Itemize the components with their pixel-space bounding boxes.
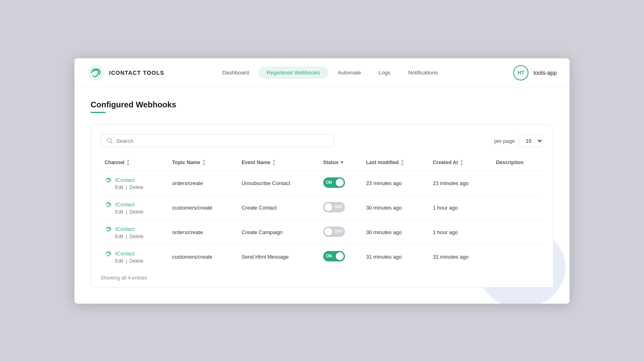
col-status-sort[interactable]: Status ▼ bbox=[323, 160, 344, 165]
edit-link-3[interactable]: Edit bbox=[115, 258, 124, 264]
page-title: Configured Webhooks bbox=[91, 100, 553, 109]
sort-icon-last-modified: ▲▼ bbox=[400, 158, 405, 167]
channel-name-0: IContact bbox=[115, 177, 134, 183]
cell-description-2 bbox=[492, 220, 543, 245]
cell-channel-2: IContact Edit | Delete bbox=[101, 220, 168, 245]
toggle-label-3: ON bbox=[326, 254, 332, 258]
icontact-icon-3 bbox=[105, 249, 113, 257]
search-icon bbox=[107, 138, 113, 144]
main-nav: Dashboard Registered Webhooks Automate L… bbox=[176, 66, 484, 79]
per-page-select[interactable]: 10 25 50 bbox=[519, 135, 543, 147]
table-container: per page 10 25 50 Channel ▲▼ bbox=[91, 124, 553, 288]
table-row: IContact Edit | Delete customers/create … bbox=[101, 245, 543, 269]
search-input[interactable] bbox=[116, 138, 328, 144]
delete-link-0[interactable]: Delete bbox=[130, 185, 144, 190]
avatar: HT bbox=[513, 65, 528, 80]
nav-automate[interactable]: Automate bbox=[330, 66, 369, 79]
delete-link-1[interactable]: Delete bbox=[130, 209, 144, 215]
toggle-knob-2 bbox=[324, 228, 332, 236]
title-underline bbox=[91, 112, 106, 113]
cell-channel-3: IContact Edit | Delete bbox=[101, 245, 168, 269]
cell-topic-3: customers/create bbox=[168, 245, 237, 269]
page-title-wrap: Configured Webhooks bbox=[91, 100, 553, 113]
cell-event-3: Send Html Message bbox=[237, 245, 319, 269]
col-last-modified-sort[interactable]: Last modified ▲▼ bbox=[366, 158, 404, 167]
toggle-1[interactable]: OFF bbox=[323, 202, 345, 212]
sort-icon-topic: ▲▼ bbox=[202, 158, 206, 167]
col-channel: Channel ▲▼ bbox=[101, 155, 168, 171]
main-content: Configured Webhooks per page 10 25 bbox=[74, 87, 570, 304]
per-page-wrap: per page 10 25 50 bbox=[494, 135, 543, 147]
col-description: Description bbox=[492, 155, 543, 171]
app-logo-icon bbox=[87, 64, 105, 82]
table-row: IContact Edit | Delete orders/create Cre… bbox=[101, 220, 543, 245]
sort-icon-status: ▼ bbox=[340, 160, 344, 165]
per-page-label: per page bbox=[494, 138, 515, 144]
cell-channel-0: IContact Edit | Delete bbox=[101, 171, 168, 195]
toggle-3[interactable]: ON bbox=[323, 251, 345, 261]
sort-icon-event: ▲▼ bbox=[272, 158, 276, 167]
col-event-name: Event Name ▲▼ bbox=[237, 155, 319, 171]
svg-point-0 bbox=[88, 65, 104, 81]
toggle-label-1: OFF bbox=[334, 205, 343, 209]
svg-line-2 bbox=[111, 142, 113, 144]
cell-created-at-3: 31 minutes ago bbox=[429, 245, 492, 269]
user-name: tools-app bbox=[533, 70, 557, 76]
channel-name-3: IContact bbox=[115, 251, 134, 257]
toggle-label-0: ON bbox=[326, 180, 332, 185]
cell-event-1: Create Contact bbox=[237, 195, 319, 220]
toggle-knob-1 bbox=[324, 203, 332, 211]
toggle-knob-0 bbox=[336, 179, 344, 187]
sort-icon-channel: ▲▼ bbox=[126, 158, 130, 167]
cell-event-2: Create Campaign bbox=[237, 220, 319, 245]
table-footer: Showing all 4 entries bbox=[101, 275, 543, 281]
logo-area: ICONTACT TOOLS bbox=[87, 64, 176, 82]
cell-topic-0: orders/create bbox=[168, 171, 237, 195]
cell-event-0: Unsubscribe Contact bbox=[237, 171, 319, 195]
col-created-sort[interactable]: Created At ▲▼ bbox=[433, 158, 464, 167]
toggle-0[interactable]: ON bbox=[323, 177, 345, 188]
table-row: IContact Edit | Delete orders/create Uns… bbox=[101, 171, 543, 195]
cell-topic-2: orders/create bbox=[168, 220, 237, 245]
cell-last-modified-1: 30 minutes ago bbox=[362, 195, 429, 220]
nav-notifications[interactable]: Notifications bbox=[400, 66, 446, 79]
app-window: ICONTACT TOOLS Dashboard Registered Webh… bbox=[74, 58, 570, 304]
cell-last-modified-3: 31 minutes ago bbox=[362, 245, 429, 269]
table-row: IContact Edit | Delete customers/create … bbox=[101, 195, 543, 220]
data-table: Channel ▲▼ Topic Name ▲▼ bbox=[101, 155, 543, 269]
search-wrap bbox=[101, 134, 334, 147]
logo-text: ICONTACT TOOLS bbox=[109, 70, 164, 76]
toggle-2[interactable]: OFF bbox=[323, 226, 345, 237]
edit-link-2[interactable]: Edit bbox=[115, 234, 124, 239]
icontact-icon-0 bbox=[105, 176, 113, 184]
col-status: Status ▼ bbox=[319, 155, 362, 171]
icontact-icon-2 bbox=[105, 225, 113, 233]
cell-description-0 bbox=[492, 171, 543, 195]
edit-link-1[interactable]: Edit bbox=[115, 209, 124, 215]
cell-description-1 bbox=[492, 195, 543, 220]
col-event-sort[interactable]: Event Name ▲▼ bbox=[242, 158, 276, 167]
table-toolbar: per page 10 25 50 bbox=[101, 134, 543, 147]
footer-text: Showing all 4 entries bbox=[101, 275, 147, 281]
cell-topic-1: customers/create bbox=[168, 195, 237, 220]
edit-link-0[interactable]: Edit bbox=[115, 185, 124, 190]
toggle-knob-3 bbox=[336, 252, 344, 260]
sort-icon-created: ▲▼ bbox=[460, 158, 464, 167]
nav-logs[interactable]: Logs bbox=[371, 66, 398, 79]
cell-status-0: ON bbox=[319, 171, 362, 195]
header: ICONTACT TOOLS Dashboard Registered Webh… bbox=[74, 58, 570, 87]
col-created-at: Created At ▲▼ bbox=[429, 155, 492, 171]
col-channel-sort[interactable]: Channel ▲▼ bbox=[105, 158, 130, 167]
cell-status-1: OFF bbox=[319, 195, 362, 220]
cell-created-at-0: 23 minutes ago bbox=[429, 171, 492, 195]
col-topic-name: Topic Name ▲▼ bbox=[168, 155, 237, 171]
delete-link-3[interactable]: Delete bbox=[130, 258, 144, 264]
col-topic-sort[interactable]: Topic Name ▲▼ bbox=[172, 158, 206, 167]
nav-dashboard[interactable]: Dashboard bbox=[214, 66, 257, 79]
nav-registered-webhooks[interactable]: Registered Webhooks bbox=[258, 66, 328, 79]
cell-channel-1: IContact Edit | Delete bbox=[101, 195, 168, 220]
user-area: HT tools-app bbox=[484, 65, 557, 80]
cell-status-2: OFF bbox=[319, 220, 362, 245]
delete-link-2[interactable]: Delete bbox=[130, 234, 144, 239]
toggle-label-2: OFF bbox=[334, 229, 343, 234]
